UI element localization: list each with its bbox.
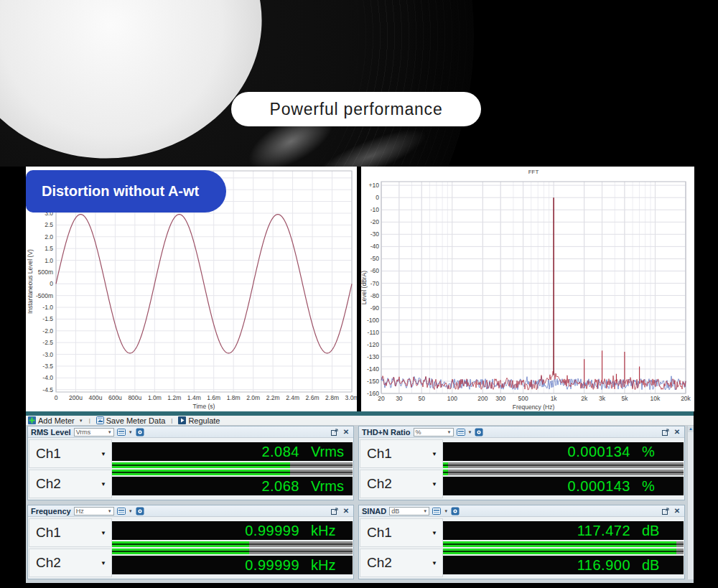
channel-2-value-display: 0.000143 % [443, 477, 684, 495]
svg-text:-80: -80 [370, 292, 380, 299]
svg-text:50: 50 [419, 395, 426, 402]
meter-options-button[interactable] [136, 507, 144, 515]
channel-2-dropdown-icon: ▼ [432, 560, 437, 566]
headline-pill: Powerful performance [231, 92, 481, 126]
meter-display-dropdown[interactable]: ▼ [444, 509, 448, 513]
channel-1-label: Ch1 [36, 525, 61, 541]
close-button[interactable]: ✕ [342, 507, 350, 515]
svg-text:2.6m: 2.6m [306, 394, 320, 401]
svg-text:-130: -130 [367, 353, 379, 360]
unit-select[interactable]: Hz ▼ [74, 507, 114, 515]
meter-header: SINAD dB ▼ ▼ ✕ [359, 505, 684, 517]
popout-icon [331, 508, 338, 515]
channel-1-bar-fill [112, 462, 290, 468]
channel-2-bar-fill [112, 470, 290, 475]
meter-options-icon [136, 507, 144, 515]
channel-2-selector[interactable]: Ch2 ▼ [29, 470, 112, 498]
channel-1-label: Ch1 [367, 525, 392, 541]
svg-text:10k: 10k [651, 395, 661, 402]
popout-button[interactable] [330, 507, 339, 515]
meter-grid: RMS Level Vrms ▼ ▼ ✕ Ch1 ▼ 2.084 Vrms [27, 426, 685, 579]
channel-1-value: 117.472 [577, 523, 630, 539]
unit-select[interactable]: Vrms ▼ [74, 428, 114, 437]
meter-display-button[interactable] [432, 507, 441, 515]
svg-text:200: 200 [477, 395, 488, 402]
meter-display-dropdown[interactable]: ▼ [129, 430, 133, 434]
meter-options-button[interactable] [475, 428, 483, 437]
channel-1-bar-meter [443, 541, 684, 547]
unit-select-arrow-icon: ▼ [108, 509, 112, 513]
channel-1-dropdown-icon: ▼ [101, 451, 106, 457]
close-button[interactable]: ✕ [673, 507, 681, 515]
unit-select-arrow-icon: ▼ [423, 509, 427, 513]
channel-1-selector[interactable]: Ch1 ▼ [360, 439, 443, 468]
close-button[interactable]: ✕ [342, 428, 350, 437]
unit-select[interactable]: dB ▼ [389, 507, 429, 515]
channel-1-value: 0.000134 [568, 444, 630, 460]
save-meter-data-label: Save Meter Data [106, 416, 166, 425]
page: Powerful performance 4.54.03.53.02.52.01… [0, 0, 718, 588]
channel-1-selector[interactable]: Ch1 ▼ [29, 518, 112, 547]
close-button[interactable]: ✕ [673, 428, 681, 437]
add-meter-button[interactable]: Add Meter [28, 416, 75, 425]
meter-display-icon [457, 428, 465, 437]
svg-text:Time (s): Time (s) [193, 403, 215, 410]
channel-1-value-display: 0.99999 kHz [112, 521, 353, 540]
svg-text:0: 0 [50, 280, 53, 287]
svg-text:-40: -40 [370, 243, 380, 250]
meter-display-button[interactable] [457, 428, 465, 437]
meter-panel-frequency: Frequency Hz ▼ ▼ ✕ Ch1 ▼ 0.99999 kHz [27, 505, 354, 579]
channel-2-selector[interactable]: Ch2 ▼ [360, 549, 443, 577]
meter-display-dropdown[interactable]: ▼ [468, 430, 472, 434]
channel-2-value: 0.000143 [568, 478, 630, 495]
meter-options-button[interactable] [451, 507, 460, 515]
meter-display-icon [117, 428, 126, 437]
meter-options-button[interactable] [136, 428, 144, 437]
channel-1-unit: Vrms [311, 444, 348, 460]
meter-toolbar: Add Meter ▼ | Save Meter Data | Regulate [26, 416, 694, 426]
meters-scrollbar[interactable]: ▲ [687, 426, 694, 579]
svg-text:Frequency (Hz): Frequency (Hz) [513, 403, 555, 411]
charts-row: 4.54.03.53.02.52.01.51.0500m0-500m-1.0-1… [0, 167, 718, 411]
channel-1-value: 0.99999 [245, 523, 299, 539]
channel-1-dropdown-icon: ▼ [101, 530, 106, 536]
channel-2-value: 116.900 [577, 557, 630, 574]
add-meter-label: Add Meter [38, 416, 75, 425]
channel-1-selector[interactable]: Ch1 ▼ [360, 518, 443, 547]
svg-text:1.5: 1.5 [45, 245, 53, 252]
svg-text:1.6m: 1.6m [207, 394, 220, 401]
toolbar-separator: | [171, 417, 172, 424]
scrollbar-up-arrow[interactable]: ▲ [688, 426, 694, 432]
svg-text:-3.5: -3.5 [42, 363, 53, 370]
unit-select-value: Vrms [76, 429, 91, 436]
save-meter-data-button[interactable]: Save Meter Data [96, 416, 166, 425]
channel-1-label: Ch1 [36, 446, 61, 462]
svg-text:1k: 1k [551, 395, 558, 402]
unit-select[interactable]: % ▼ [414, 428, 454, 437]
regulate-button[interactable]: Regulate [178, 416, 220, 425]
meter-display-button[interactable] [117, 428, 126, 437]
channel-1-bar-fill [443, 541, 676, 547]
meter-title: THD+N Ratio [362, 428, 411, 437]
meter-display-button[interactable] [117, 507, 126, 515]
channel-2-bar-fill [443, 470, 448, 475]
channel-1-bar-meter [112, 462, 353, 468]
meter-display-dropdown[interactable]: ▼ [129, 509, 133, 513]
svg-text:0: 0 [376, 194, 379, 201]
svg-text:500: 500 [518, 395, 528, 402]
channel-2-bar-fill [443, 549, 676, 554]
unit-select-arrow-icon: ▼ [108, 430, 112, 434]
add-meter-dropdown[interactable]: ▼ [79, 419, 83, 423]
popout-button[interactable] [661, 507, 670, 515]
popout-button[interactable] [661, 428, 670, 437]
channel-1-selector[interactable]: Ch1 ▼ [29, 439, 112, 468]
channel-1-value-display: 0.000134 % [443, 442, 684, 461]
meter-display-icon [432, 507, 441, 515]
svg-text:600u: 600u [108, 394, 122, 401]
svg-text:-1.0: -1.0 [42, 304, 53, 311]
popout-button[interactable] [330, 428, 339, 437]
channel-1-bar-fill [443, 462, 448, 468]
channel-2-selector[interactable]: Ch2 ▼ [360, 470, 443, 498]
channel-2-selector[interactable]: Ch2 ▼ [29, 549, 112, 577]
popout-icon [662, 508, 669, 515]
